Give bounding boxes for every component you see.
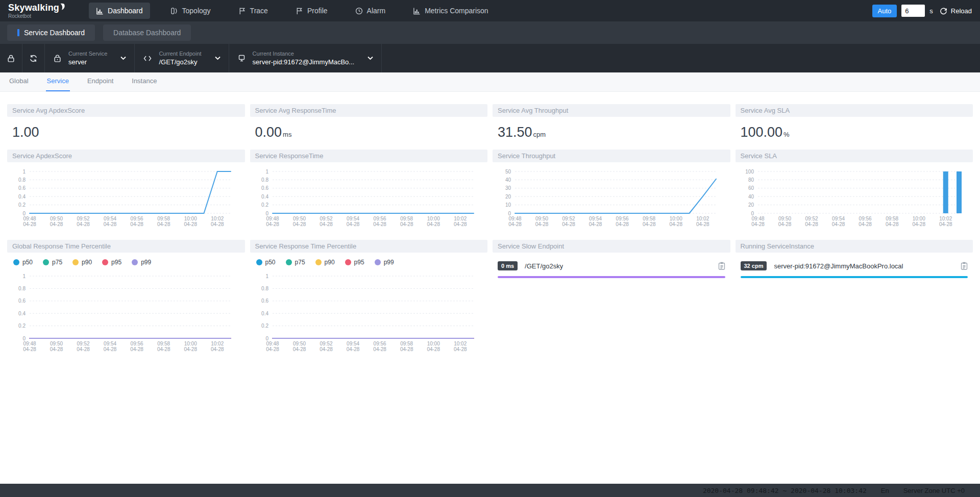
svg-text:0.6: 0.6 [261, 185, 268, 191]
reload-button[interactable]: Reload [940, 7, 972, 15]
card-title: Service Response Time Percentile [250, 240, 488, 253]
legend-label: p95 [111, 259, 121, 266]
legend-label: p95 [354, 259, 364, 266]
slow-endpoint-card: Service Slow Endpoint 0 ms /GET/go2sky [493, 240, 730, 355]
legend-item[interactable]: p95 [102, 259, 121, 266]
tab-service[interactable]: Service [46, 77, 70, 91]
nav-item-profile[interactable]: Profile [288, 3, 335, 19]
svg-text:04-28: 04-28 [373, 221, 386, 227]
svg-text:04-28: 04-28 [453, 221, 467, 227]
legend-label: p99 [384, 259, 394, 266]
svg-text:1: 1 [265, 274, 268, 279]
logo-subtitle: Rocketbot [8, 14, 65, 19]
svg-text:09:56: 09:56 [373, 341, 386, 346]
nav-item-dashboard[interactable]: Dashboard [89, 3, 150, 19]
copy-button[interactable] [713, 262, 725, 270]
svg-text:04-28: 04-28 [427, 221, 440, 227]
language-toggle[interactable]: En [881, 487, 889, 494]
legend-item[interactable]: p50 [256, 259, 276, 266]
tab-global[interactable]: Global [8, 77, 30, 91]
svg-text:09:54: 09:54 [832, 216, 845, 221]
dashboard-content: Service Avg ApdexScore 1.00 Service Avg … [0, 92, 980, 484]
svg-text:09:48: 09:48 [23, 216, 36, 221]
legend-item[interactable]: p75 [286, 259, 305, 266]
app-logo[interactable]: Skywalking Rocketbot [8, 3, 65, 19]
chart-canvas[interactable]: 00.20.40.60.8109:4804-2809:5004-2809:520… [250, 267, 488, 355]
svg-text:09:54: 09:54 [347, 341, 359, 346]
tab-service-dashboard[interactable]: Service Dashboard [7, 24, 95, 41]
legend-dot [72, 259, 79, 265]
chart-canvas[interactable]: 00.20.40.60.8109:4804-2809:5004-2809:520… [7, 267, 245, 355]
svg-text:100: 100 [745, 169, 754, 175]
svg-text:04-28: 04-28 [562, 221, 575, 227]
svg-text:09:50: 09:50 [778, 216, 791, 221]
sync-button[interactable] [22, 44, 45, 72]
refresh-controls: Auto s Reload [872, 5, 972, 17]
card-title: Service SLA [736, 150, 973, 162]
instance-load-bar [741, 276, 968, 278]
legend-dot [43, 259, 49, 265]
svg-text:09:58: 09:58 [157, 216, 170, 221]
code-icon [143, 55, 152, 62]
copy-button[interactable] [955, 262, 968, 270]
legend-item[interactable]: p99 [375, 259, 394, 266]
lock-icon [53, 54, 62, 63]
svg-text:09:50: 09:50 [293, 341, 306, 346]
svg-text:09:50: 09:50 [50, 341, 63, 346]
chart-canvas[interactable]: 0102030405009:4804-2809:5004-2809:5204-2… [493, 162, 730, 230]
sync-icon [29, 54, 38, 63]
svg-text:09:50: 09:50 [50, 216, 63, 221]
legend-item[interactable]: p95 [345, 259, 364, 266]
svg-text:0.8: 0.8 [18, 286, 26, 291]
auto-button[interactable]: Auto [872, 5, 897, 17]
tab-endpoint[interactable]: Endpoint [86, 77, 114, 91]
svg-text:10:02: 10:02 [454, 216, 467, 221]
dash-tab-label: Database Dashboard [113, 29, 181, 37]
clock-icon [355, 7, 363, 15]
svg-text:09:48: 09:48 [23, 341, 36, 346]
card-title: Service Slow Endpoint [493, 240, 730, 253]
stat-value: 0.00 [255, 125, 282, 140]
svg-text:04-28: 04-28 [292, 346, 306, 352]
legend-item[interactable]: p90 [315, 259, 335, 266]
current-service-select[interactable]: Current Service server [45, 44, 135, 72]
svg-text:04-28: 04-28 [50, 221, 63, 227]
current-instance-select[interactable]: Current Instance server-pid:91672@JimmyM… [229, 44, 382, 72]
server-zone-control[interactable]: Server Zone UTC +0 [903, 487, 965, 494]
svg-text:04-28: 04-28 [400, 346, 413, 352]
chart-canvas[interactable]: 00.20.40.60.8109:4804-2809:5004-2809:520… [7, 162, 245, 230]
nav-item-label: Trace [250, 7, 268, 15]
nav-item-topology[interactable]: Topology [163, 3, 218, 19]
svg-text:04-28: 04-28 [669, 221, 682, 227]
svg-text:09:58: 09:58 [886, 216, 898, 221]
endpoint-name[interactable]: /GET/go2sky [525, 262, 563, 270]
time-range-picker[interactable]: 2020-04-28 09:48:42 ~ 2020-04-28 10:03:4… [703, 487, 867, 494]
legend-label: p75 [295, 259, 305, 266]
selector-value: /GET/go2sky [159, 58, 201, 66]
nav-item-alarm[interactable]: Alarm [348, 3, 393, 19]
interval-input[interactable] [901, 5, 925, 17]
svg-text:09:54: 09:54 [589, 216, 602, 221]
instance-name[interactable]: server-pid:91672@JimmyMacBookPro.local [774, 262, 903, 270]
tab-database-dashboard[interactable]: Database Dashboard [103, 24, 191, 41]
selector-value: server-pid:91672@JimmyMacBo... [253, 58, 355, 66]
lock-button[interactable] [0, 44, 22, 72]
chart-legend: p50p75p90p95p99 [250, 253, 488, 267]
svg-text:0.8: 0.8 [261, 286, 268, 291]
tab-instance[interactable]: Instance [131, 77, 158, 91]
svg-text:04-28: 04-28 [320, 221, 333, 227]
current-endpoint-select[interactable]: Current Endpoint /GET/go2sky [135, 44, 229, 72]
chart-card-service-percentile: Service Response Time Percentile p50p75p… [250, 240, 488, 355]
nav-item-trace[interactable]: Trace [231, 3, 275, 19]
nav-item-metrics-comparison[interactable]: Metrics Comparison [406, 3, 495, 19]
legend-item[interactable]: p99 [132, 259, 151, 266]
chart-canvas[interactable]: 02040608010009:4804-2809:5004-2809:5204-… [736, 162, 973, 230]
legend-item[interactable]: p50 [13, 259, 33, 266]
card-title: Service Avg Throughput [493, 104, 730, 117]
chart-canvas[interactable]: 00.20.40.60.8109:4804-2809:5004-2809:520… [250, 162, 488, 230]
legend-item[interactable]: p75 [43, 259, 62, 266]
legend-item[interactable]: p90 [72, 259, 92, 266]
card-title: Running ServiceInstance [736, 240, 973, 253]
svg-text:04-28: 04-28 [859, 221, 872, 227]
card-title: Service Avg ResponseTime [250, 104, 488, 117]
